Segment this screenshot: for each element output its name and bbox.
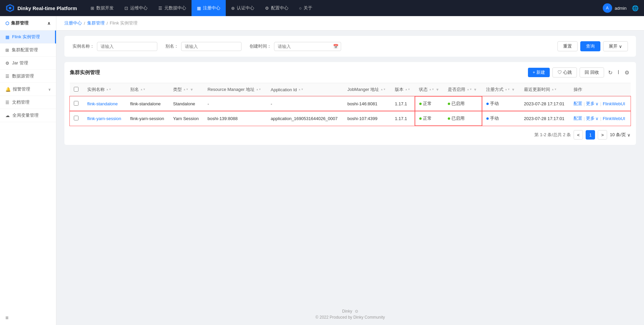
th-alias: 别名 ▲▼ — [126, 83, 169, 97]
sidebar-item-jar-mgmt[interactable]: ⚙ Jar 管理 — [0, 57, 56, 70]
expand-button[interactable]: 展开 ∨ — [603, 41, 628, 51]
refresh-button[interactable]: ↻ — [607, 68, 614, 77]
sort-alias-icon: ▲▼ — [140, 88, 146, 91]
nav-config-center[interactable]: ⚙ 配置中心 — [260, 0, 294, 16]
th-status-sort[interactable]: 状态 ▲▼ ▼ — [419, 87, 439, 93]
sidebar-item-alert-label: 报警管理 — [13, 86, 30, 92]
more-chevron-icon-0: ∨ — [595, 101, 599, 106]
status-text-0: 正常 — [423, 101, 432, 107]
doc-mgmt-icon: ☰ — [5, 100, 9, 105]
filter-reg-icon[interactable]: ▼ — [512, 88, 515, 92]
heart-button[interactable]: ♡ 心跳 — [552, 67, 577, 77]
row-checkbox-1[interactable] — [74, 116, 78, 120]
app-logo[interactable]: Dinky Real-time Platform — [5, 3, 77, 13]
alias-input[interactable] — [181, 42, 241, 51]
th-type-sort[interactable]: 类型 ▲▼ ▼ — [173, 87, 194, 93]
nav-register[interactable]: ▦ 注册中心 — [192, 0, 226, 16]
th-status: 状态 ▲▼ ▼ — [415, 83, 444, 97]
more-dropdown-0[interactable]: 更多 ∨ — [586, 101, 599, 107]
sidebar-collapse-btn[interactable]: ≡ — [0, 311, 56, 325]
cluster-mgmt-icon: ⬡ — [5, 21, 9, 26]
user-profile[interactable]: A admin — [603, 3, 627, 13]
more-dropdown-1[interactable]: 更多 ∨ — [586, 115, 599, 121]
th-name-sort[interactable]: 实例名称 ▲▼ — [87, 87, 111, 93]
sidebar-item-datasource-label: 数据源管理 — [12, 73, 34, 79]
date-input-wrapper: 📅 — [274, 42, 341, 51]
th-enabled-sort[interactable]: 是否启用 ▲▼ ▼ — [448, 87, 477, 93]
action-links-1: 配置 | 更多 ∨ | FlinkWebUI — [574, 115, 627, 121]
sidebar-item-datasource[interactable]: ☰ 数据源管理 — [0, 70, 56, 83]
globe-icon[interactable]: 🌐 — [632, 5, 639, 11]
github-icon[interactable]: ⊙ — [355, 309, 358, 314]
recycle-button[interactable]: 回 回收 — [580, 67, 604, 77]
query-button[interactable]: 查询 — [580, 41, 600, 51]
nav-about[interactable]: ○ 关于 — [294, 0, 318, 16]
breadcrumb-register[interactable]: 注册中心 — [64, 20, 82, 26]
th-name: 实例名称 ▲▼ — [83, 83, 126, 97]
sidebar-item-cluster-config[interactable]: ⊞ 集群配置管理 — [0, 44, 56, 57]
row-checkbox-0[interactable] — [74, 101, 78, 106]
nav-meta-data[interactable]: ☰ 元数据中心 — [153, 0, 192, 16]
nav-right: A admin 🌐 — [603, 3, 639, 13]
nav-ops-center[interactable]: ⊡ 运维中心 — [119, 0, 153, 16]
status-dot-0 — [419, 103, 422, 105]
sidebar-section-title: 集群管理 — [11, 20, 29, 26]
select-all-checkbox[interactable] — [74, 87, 78, 92]
footer-copyright: © 2022 Produced by Dinky Community — [316, 315, 385, 320]
th-version-sort[interactable]: 版本 ▲▼ — [395, 87, 410, 93]
th-register-method: 注册方式 ▲▼ ▼ — [482, 83, 520, 97]
instance-name-input[interactable] — [97, 42, 157, 51]
webui-link-1[interactable]: FlinkWebUI — [603, 116, 625, 121]
cell-reg-0: 手动 — [482, 96, 520, 111]
prev-page-btn[interactable]: < — [574, 130, 583, 140]
cell-enabled-1: 已启用 — [444, 111, 482, 126]
cell-action-1: 配置 | 更多 ∨ | FlinkWebUI — [570, 111, 631, 126]
nav-data-dev[interactable]: ⊞ 数据开发 — [85, 0, 119, 16]
config-link-0[interactable]: 配置 — [574, 101, 582, 107]
webui-link-0[interactable]: FlinkWebUI — [603, 101, 625, 106]
sidebar-item-flink-instance[interactable]: ▦ Flink 实例管理 — [0, 31, 56, 44]
th-jm-sort[interactable]: JobManger 地址 ▲▼ — [347, 87, 386, 93]
table-settings-button[interactable]: ⚙ — [623, 68, 631, 77]
main-content: 注册中心 / 集群管理 / Flink 实例管理 实例名称： 别名： 创建时间： — [56, 16, 644, 325]
cell-alias-0: flink-standalone — [126, 96, 169, 111]
sidebar-item-doc-mgmt[interactable]: ☰ 文档管理 — [0, 96, 56, 109]
table-header: 集群实例管理 + 新建 ♡ 心跳 回 回收 ↻ I ⚙ — [70, 67, 631, 77]
breadcrumb-cluster[interactable]: 集群管理 — [87, 20, 105, 26]
cluster-config-icon: ⊞ — [5, 48, 9, 53]
filter-status-icon[interactable]: ▼ — [436, 88, 439, 92]
column-settings-button[interactable]: I — [616, 68, 621, 77]
nav-auth-center[interactable]: ⊛ 认证中心 — [226, 0, 260, 16]
footer: Dinky ⊙ © 2022 Produced by Dinky Communi… — [56, 304, 644, 325]
th-checkbox — [70, 83, 83, 97]
reg-dot-0 — [486, 103, 489, 105]
enabled-text-1: 已启用 — [451, 115, 465, 121]
next-page-btn[interactable]: > — [598, 130, 607, 140]
cell-type-1: Yarn Session — [169, 111, 204, 126]
th-reg-sort[interactable]: 注册方式 ▲▼ ▼ — [486, 87, 515, 93]
page-size-select[interactable]: 10 条/页 ∨ — [610, 132, 631, 138]
instance-name-link-0[interactable]: flink-standalone — [87, 101, 118, 106]
th-rm-sort[interactable]: Resource Manager 地址 ▲▼ — [208, 87, 261, 93]
th-app-id-sort[interactable]: Application Id ▲▼ — [271, 87, 304, 92]
table-row: flink-standalone flink-standalone Standa… — [70, 96, 631, 111]
hamburger-icon: ≡ — [5, 315, 8, 321]
sort-status-icon: ▲▼ — [429, 88, 434, 91]
sidebar-item-global-var[interactable]: ☁ 全局变量管理 — [0, 109, 56, 122]
cell-enabled-0: 已启用 — [444, 96, 482, 111]
footer-brand: Dinky — [342, 309, 352, 314]
flink-instance-icon: ▦ — [5, 35, 9, 40]
th-type: 类型 ▲▼ ▼ — [169, 83, 204, 97]
sidebar-item-alert-mgmt[interactable]: 🔔 报警管理 ∨ — [0, 83, 56, 96]
instance-name-link-1[interactable]: flink-yarn-session — [87, 116, 121, 121]
filter-type-icon[interactable]: ▼ — [190, 88, 194, 92]
page-1-btn[interactable]: 1 — [586, 130, 595, 140]
config-link-1[interactable]: 配置 — [574, 115, 582, 121]
sidebar-section-header[interactable]: ⬡ 集群管理 ∧ — [0, 16, 56, 31]
new-button[interactable]: + 新建 — [528, 68, 550, 77]
th-alias-sort[interactable]: 别名 ▲▼ — [130, 87, 146, 93]
filter-enabled-icon[interactable]: ▼ — [473, 88, 477, 92]
th-update-sort[interactable]: 最近更新时间 ▲▼ — [524, 87, 557, 93]
create-time-input[interactable] — [274, 42, 341, 51]
reset-button[interactable]: 重置 — [557, 41, 578, 51]
